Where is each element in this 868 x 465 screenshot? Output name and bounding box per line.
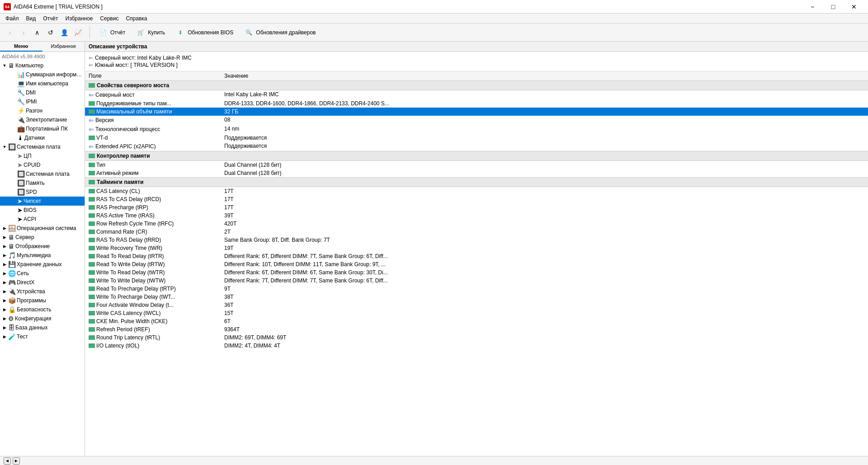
table-section-row: Контроллер памяти: [85, 151, 868, 161]
expand-devices-icon: ▶: [2, 289, 7, 294]
status-scroll: ◄ ►: [4, 457, 20, 465]
sidebar-item-devices[interactable]: ▶ 🔌 Устройства: [0, 287, 85, 296]
os-icon: 🪟: [8, 225, 16, 232]
security-label: Безопасность: [17, 306, 52, 313]
driver-update-icon: 🔍: [243, 27, 254, 38]
table-row: Write To Precharge Delay (tWT... 38T: [85, 293, 868, 301]
minimize-button[interactable]: −: [802, 0, 823, 14]
menu-view[interactable]: Вид: [23, 14, 40, 23]
portable-icon: 💼: [17, 125, 25, 132]
nav-forward-button[interactable]: ›: [17, 26, 30, 39]
sidebar-item-power[interactable]: 🔌 Электропитание: [0, 115, 85, 124]
devices-icon: 🔌: [8, 288, 16, 295]
nav-user-button[interactable]: 👤: [58, 26, 71, 39]
sidebar-item-computer[interactable]: ▼ 🖥 Компьютер: [0, 61, 85, 70]
sidebar-item-chipset[interactable]: ➤ Чипсет: [0, 197, 85, 206]
table-row: Four Activate Window Delay (t... 36T: [85, 301, 868, 309]
buy-button[interactable]: 🛒 Купить: [131, 25, 169, 40]
nav-up-button[interactable]: ∧: [31, 26, 43, 39]
table-row: Read To Read Delay (tRTR) Different Rank…: [85, 252, 868, 260]
sidebar-tab-favorites[interactable]: Избранное: [42, 42, 85, 52]
nav-refresh-button[interactable]: ↺: [44, 26, 57, 39]
sidebar-item-display[interactable]: ▶ 🖥 Отображение: [0, 242, 85, 251]
expand-cpu-icon: [11, 153, 16, 159]
field-name: Row Refresh Cycle Time (tRFC): [96, 221, 174, 227]
table-row: VT-d Поддерживается: [85, 134, 868, 142]
field-name: Refresh Period (tREF): [96, 326, 150, 333]
expand-server-icon: ▶: [2, 235, 7, 240]
expand-cpuid-icon: [11, 162, 16, 168]
sidebar-item-server[interactable]: ▶ 🖥 Сервер: [0, 233, 85, 242]
sidebar-item-cpuid[interactable]: ➤ CPUID: [0, 160, 85, 169]
nav-chart-button[interactable]: 📈: [71, 26, 84, 39]
table-row: CKE Min. Pulse Width (tCKE) 6T: [85, 317, 868, 325]
table-row: Максимальный объём памяти 32 ГБ: [85, 108, 868, 116]
content-header: Описание устройства: [85, 42, 868, 52]
close-button[interactable]: ✕: [844, 0, 864, 14]
display-label: Отображение: [15, 243, 50, 249]
sidebar-item-ipmi[interactable]: 🔧 IPMI: [0, 97, 85, 106]
sidebar-item-memory[interactable]: 🔲 Память: [0, 178, 85, 188]
sidebar-item-summary[interactable]: 📊 Суммарная информа...: [0, 70, 85, 79]
sidebar-item-sysboard[interactable]: 🔲 Системная плата: [0, 169, 85, 178]
scroll-left-button[interactable]: ◄: [4, 457, 11, 465]
field-name: Активный режим: [96, 170, 138, 176]
expand-test-icon: ▶: [2, 334, 7, 339]
sidebar-item-security[interactable]: ▶ 🔒 Безопасность: [0, 305, 85, 314]
motherboard-label: Системная плата: [17, 144, 61, 150]
expand-network-icon: ▶: [2, 271, 7, 276]
sidebar-item-os[interactable]: ▶ 🪟 Операционная система: [0, 224, 85, 233]
col-value-header: Значение: [221, 71, 868, 81]
menu-service[interactable]: Сервис: [96, 14, 122, 23]
sidebar-item-network[interactable]: ▶ 🌐 Сеть: [0, 269, 85, 278]
server-icon: 🖥: [8, 234, 14, 241]
sidebar-item-acpi[interactable]: ➤ ACPI: [0, 215, 85, 224]
bios-label: BIOS: [24, 207, 37, 213]
sidebar-item-storage[interactable]: ▶ 💾 Хранение данных: [0, 260, 85, 269]
table-row: Write To Read Delay (tWTR) Different Ran…: [85, 268, 868, 277]
sidebar-item-pcname[interactable]: 💻 Имя компьютера: [0, 79, 85, 88]
report-button[interactable]: 📄 Отчёт: [94, 25, 129, 40]
sidebar-item-cpu[interactable]: ➤ ЦП: [0, 151, 85, 160]
maximize-button[interactable]: □: [823, 0, 844, 14]
software-icon: 📦: [8, 297, 16, 304]
menu-help[interactable]: Справка: [122, 14, 151, 23]
field-name: Four Activate Window Delay (t...: [96, 302, 174, 308]
menu-file[interactable]: Файл: [2, 14, 23, 23]
menu-favorites[interactable]: Избранное: [62, 14, 97, 23]
nav-back-button[interactable]: ‹: [4, 26, 16, 39]
sysboard-icon: 🔲: [17, 170, 25, 178]
content-scroll[interactable]: Поле Значение Свойства северного моста ⇐…: [85, 71, 868, 464]
sidebar-item-software[interactable]: ▶ 📦 Программы: [0, 296, 85, 305]
table-row: I/O Latency (tIOL) DIMM2: 4T, DIMM4: 4T: [85, 342, 868, 350]
software-label: Программы: [17, 297, 46, 304]
sidebar-item-test[interactable]: ▶ 🧪 Тест: [0, 332, 85, 341]
sidebar-item-motherboard[interactable]: ▼ 🔲 Системная плата: [0, 142, 85, 151]
sensors-icon: 🌡: [17, 134, 24, 141]
expand-power-icon: [11, 117, 16, 122]
buy-label: Купить: [148, 29, 165, 36]
field-name: Максимальный объём памяти: [96, 108, 172, 115]
sidebar-tab-menu[interactable]: Меню: [0, 42, 42, 52]
sidebar-item-dmi[interactable]: 🔧 DMI: [0, 88, 85, 97]
sidebar-item-overclock[interactable]: ⚡ Разгон: [0, 106, 85, 115]
sidebar-item-config[interactable]: ▶ ⚙ Конфигурация: [0, 314, 85, 323]
expand-security-icon: ▶: [2, 307, 7, 312]
sidebar-item-multimedia[interactable]: ▶ 🎵 Мультимедиа: [0, 251, 85, 260]
scroll-right-button[interactable]: ►: [13, 457, 20, 465]
sidebar-item-directx[interactable]: ▶ 🎮 DirectX: [0, 278, 85, 287]
expand-overclock-icon: [11, 108, 16, 113]
southbridge-text: Южный мост: [ TRIAL VERSION ]: [95, 62, 178, 68]
sidebar-item-spd[interactable]: 🔲 SPD: [0, 188, 85, 197]
driver-update-button[interactable]: 🔍 Обновления драйверов: [239, 25, 320, 40]
sidebar-item-portable[interactable]: 💼 Портативный ПК: [0, 124, 85, 133]
cpu-label: ЦП: [24, 153, 32, 159]
sidebar-item-database[interactable]: ▶ 🗄 База данных: [0, 323, 85, 332]
acpi-icon: ➤: [17, 216, 23, 223]
menu-report[interactable]: Отчёт: [39, 14, 61, 23]
sidebar-item-bios[interactable]: ➤ BIOS: [0, 206, 85, 215]
bios-update-button[interactable]: ⬇ Обновления BIOS: [171, 25, 237, 40]
sidebar-item-sensors[interactable]: 🌡 Датчики: [0, 133, 85, 142]
report-label: Отчёт: [110, 29, 125, 36]
field-name: Write To Precharge Delay (tWT...: [96, 294, 175, 300]
